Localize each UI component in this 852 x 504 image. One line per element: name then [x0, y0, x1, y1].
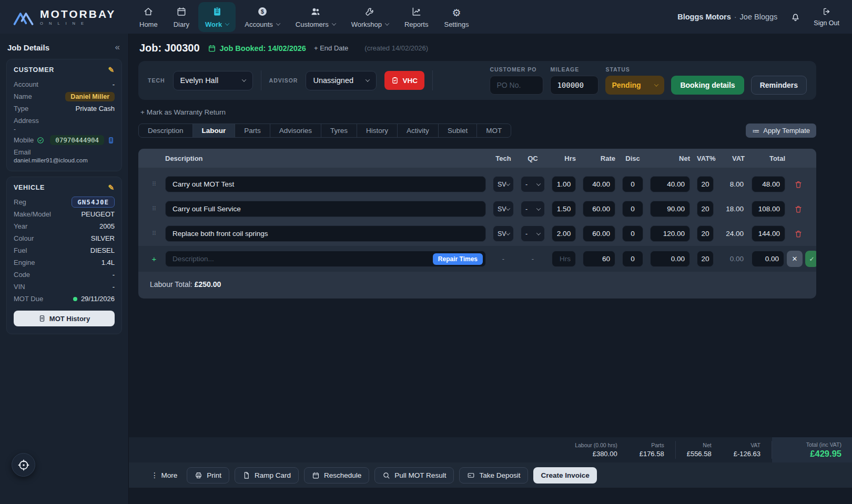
booking-details-button[interactable]: Booking details [671, 76, 744, 95]
labour-description-input[interactable] [165, 201, 486, 217]
nav-item-settings[interactable]: ⚙ Settings [437, 4, 475, 32]
chevron-down-icon [225, 21, 229, 25]
delete-row-button[interactable] [792, 180, 805, 189]
nav-item-reports[interactable]: Reports [398, 2, 435, 32]
hours-input[interactable] [552, 251, 576, 267]
tab-activity[interactable]: Activity [397, 124, 439, 138]
vhc-label: VHC [402, 77, 418, 85]
mileage-input[interactable] [550, 76, 599, 95]
rate-input[interactable] [583, 176, 615, 192]
rate-input[interactable] [583, 201, 615, 217]
net-input[interactable] [650, 225, 690, 242]
tab-labour[interactable]: Labour [192, 124, 236, 138]
add-end-date-link[interactable]: + End Date [314, 44, 348, 52]
tab-advisories[interactable]: Advisories [270, 124, 321, 138]
vat-percent-input[interactable] [697, 251, 714, 267]
tab-description[interactable]: Description [138, 124, 193, 138]
labour-description-input[interactable] [165, 225, 486, 242]
repair-times-button[interactable]: Repair Times [433, 253, 483, 265]
confirm-row-button[interactable]: ✓ [805, 251, 816, 267]
edit-customer-icon[interactable]: ✎ [108, 66, 115, 74]
app: MOTORBAY O N L I N E Home Diary Work $ A… [0, 0, 852, 504]
support-widget-button[interactable] [12, 453, 35, 477]
tab-history[interactable]: History [357, 124, 398, 138]
brand-logo[interactable]: MOTORBAY O N L I N E [13, 7, 133, 26]
chevron-down-icon [536, 181, 541, 186]
advisor-select[interactable]: Unassigned [306, 71, 377, 90]
vat-percent-input[interactable] [697, 225, 714, 242]
qc-select[interactable]: - [521, 225, 545, 242]
net-input[interactable] [650, 176, 690, 192]
rate-input[interactable] [583, 225, 615, 242]
add-row-icon[interactable]: + [150, 254, 158, 263]
hours-input[interactable] [552, 225, 576, 242]
delete-row-button[interactable] [792, 230, 805, 238]
collapse-sidebar-icon[interactable]: « [115, 42, 120, 53]
nav-item-work[interactable]: Work [198, 2, 236, 32]
rate-input[interactable] [583, 251, 615, 267]
hours-input[interactable] [552, 201, 576, 217]
net-input[interactable] [650, 201, 690, 217]
print-button[interactable]: Print [187, 467, 229, 484]
mobile-number-badge[interactable]: 07970444904 [50, 135, 104, 145]
discount-input[interactable] [622, 251, 643, 267]
nav-item-diary[interactable]: Diary [167, 2, 196, 32]
tech-initials-select[interactable]: SV [493, 201, 514, 217]
total-input[interactable] [752, 201, 785, 217]
customer-name-badge[interactable]: Daniel Miller [65, 92, 115, 101]
discount-input[interactable] [622, 176, 643, 192]
reminders-button[interactable]: Reminders [751, 76, 807, 95]
ramp-card-button[interactable]: Ramp Card [235, 467, 299, 484]
tab-sublet[interactable]: Sublet [438, 124, 477, 138]
drag-handle-icon[interactable]: ⠿ [150, 230, 158, 237]
tab-mot[interactable]: MOT [476, 124, 511, 138]
labour-description-input[interactable] [165, 176, 486, 192]
discount-input[interactable] [622, 225, 643, 242]
more-button[interactable]: ⋮ More [147, 467, 181, 484]
nav-right: Bloggs Motors·Joe Bloggs Sign Out [677, 7, 839, 27]
discount-input[interactable] [622, 201, 643, 217]
total-input[interactable] [752, 251, 784, 267]
nav-item-workshop[interactable]: Workshop [344, 2, 395, 32]
nav-item-home[interactable]: Home [133, 2, 165, 32]
hours-input[interactable] [552, 176, 576, 192]
pull-mot-result-button[interactable]: Pull MOT Result [374, 467, 454, 484]
sign-out-button[interactable]: Sign Out [814, 7, 839, 27]
apply-template-button[interactable]: ≔ Apply Template [746, 124, 816, 138]
vat-percent-input[interactable] [697, 201, 714, 217]
tab-tyres[interactable]: Tyres [321, 124, 357, 138]
chevron-down-icon [536, 206, 541, 210]
vat-percent-input[interactable] [697, 176, 714, 192]
edit-vehicle-icon[interactable]: ✎ [108, 183, 115, 192]
total-input[interactable] [752, 176, 785, 192]
vhc-button[interactable]: VHC [384, 71, 424, 90]
nav-item-accounts[interactable]: $ Accounts [238, 2, 286, 32]
create-invoice-button[interactable]: Create Invoice [533, 467, 596, 484]
qc-select[interactable]: - [521, 176, 545, 192]
drag-handle-icon[interactable]: ⠿ [150, 181, 158, 188]
customer-card-title: CUSTOMER [14, 66, 54, 74]
take-deposit-button[interactable]: Take Deposit [459, 467, 528, 484]
phone-icon[interactable] [107, 137, 115, 144]
status-select[interactable]: Pending [605, 76, 664, 95]
tech-initials-select[interactable]: SV [493, 176, 514, 192]
net-input[interactable] [650, 251, 690, 267]
notifications-bell-icon[interactable] [790, 12, 801, 23]
mark-warranty-return-link[interactable]: + Mark as Warranty Return [140, 108, 226, 116]
mot-history-button[interactable]: MOT History [14, 311, 115, 326]
file-icon [242, 471, 250, 479]
tech-select[interactable]: Evelyn Hall [173, 71, 253, 90]
tech-initials-select[interactable]: SV [493, 225, 514, 242]
drag-handle-icon[interactable]: ⠿ [150, 205, 158, 212]
nav-item-customers[interactable]: Customers [289, 2, 342, 32]
cancel-row-button[interactable]: ✕ [787, 251, 803, 267]
delete-row-button[interactable] [792, 205, 805, 213]
reg-plate-badge[interactable]: GN54J0E [72, 197, 115, 208]
reschedule-button[interactable]: Reschedule [304, 467, 369, 484]
job-booked[interactable]: Job Booked: 14/02/2026 [208, 44, 306, 53]
tab-parts[interactable]: Parts [235, 124, 270, 138]
qc-select[interactable]: - [521, 201, 545, 217]
total-input[interactable] [752, 225, 785, 242]
vat-amount: 0.00 [721, 255, 745, 263]
customer-po-input[interactable] [490, 76, 543, 95]
